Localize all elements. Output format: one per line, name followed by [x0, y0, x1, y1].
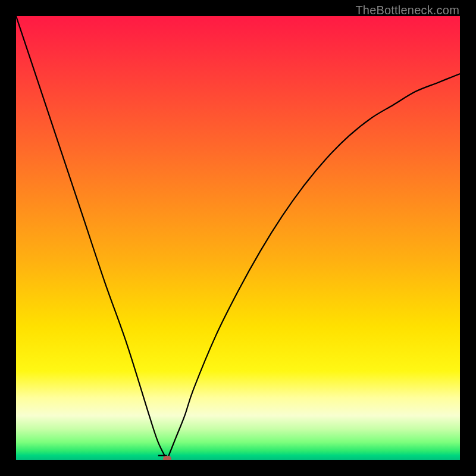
bottleneck-dot	[163, 456, 171, 460]
attribution-text: TheBottleneck.com	[355, 4, 459, 17]
plot-area	[16, 16, 460, 460]
chart-frame: TheBottleneck.com	[0, 0, 476, 476]
bottleneck-curve	[16, 16, 460, 460]
